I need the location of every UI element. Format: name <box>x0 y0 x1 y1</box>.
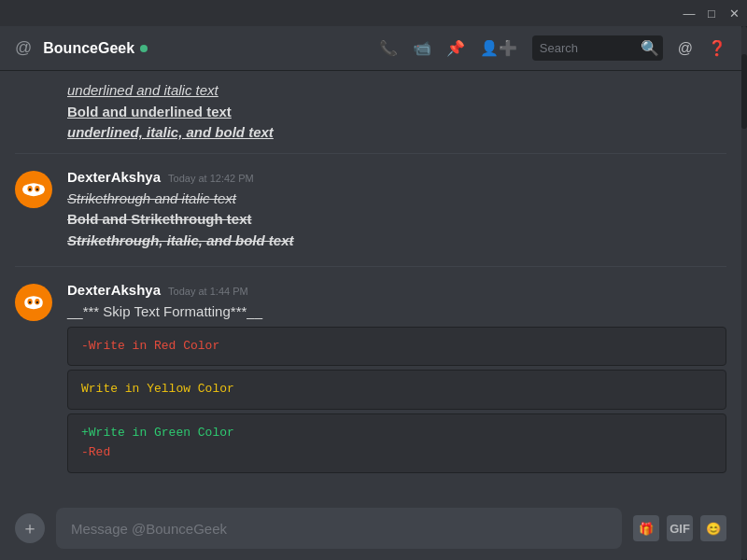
at-icon: @ <box>15 38 32 58</box>
search-icon: 🔍 <box>641 39 659 57</box>
message-line2-1: Bold and Strikethrough text <box>67 209 726 231</box>
message-group-2: DexterAkshya Today at 1:44 PM __*** Skip… <box>0 274 741 484</box>
add-member-icon[interactable]: 👤➕ <box>480 39 517 57</box>
continuation-line3: underlined, italic, and bold text <box>67 122 726 144</box>
code-block-2-line1: Write in Yellow Color <box>81 382 234 396</box>
message-timestamp-2: Today at 1:44 PM <box>168 286 248 297</box>
message-line1-1: Strikethrough and italic text <box>67 189 726 210</box>
svg-point-7 <box>29 188 32 190</box>
titlebar: — □ ✕ <box>0 0 747 26</box>
message-input[interactable] <box>56 508 622 549</box>
gif-label: GIF <box>669 522 690 536</box>
message-group-1: DexterAkshya Today at 12:42 PM Strikethr… <box>0 161 741 259</box>
channel-name: BounceGeek <box>43 40 148 57</box>
message-content-2: DexterAkshya Today at 1:44 PM __*** Skip… <box>67 282 726 477</box>
message-header-2: DexterAkshya Today at 1:44 PM <box>67 282 726 298</box>
online-indicator <box>140 45 148 52</box>
svg-point-11 <box>29 301 32 304</box>
message-author-2: DexterAkshya <box>67 282 161 298</box>
svg-point-8 <box>36 188 39 190</box>
gift-button[interactable]: 🎁 <box>633 515 659 541</box>
message-separator-2 <box>15 266 726 267</box>
messages-area: underlined and italic text Bold and unde… <box>0 71 741 497</box>
mention-icon[interactable]: @ <box>678 40 693 57</box>
code-block-1-line1: -Write in Red Color <box>81 339 219 353</box>
help-icon[interactable]: ❓ <box>708 39 726 57</box>
message-skip-formatting: __*** Skip Text Formatting***__ <box>67 301 726 323</box>
message-timestamp-1: Today at 12:42 PM <box>168 173 254 184</box>
emoji-icon: 😊 <box>706 522 721 536</box>
search-box[interactable]: 🔍 <box>532 35 663 61</box>
code-block-1: -Write in Red Color <box>67 327 726 367</box>
scrollbar-thumb[interactable] <box>741 54 747 129</box>
input-icons: 🎁 GIF 😊 <box>633 515 726 541</box>
phone-icon[interactable]: 📞 <box>379 39 398 57</box>
input-bar: ＋ 🎁 GIF 😊 <box>0 497 741 560</box>
maximize-button[interactable]: □ <box>706 7 717 19</box>
continuation-line2: Bold and underlined text <box>67 102 726 123</box>
message-separator-1 <box>15 153 726 154</box>
channel-header: @ BounceGeek 📞 📹 📌 👤➕ 🔍 @ ❓ <box>0 26 741 71</box>
pin-icon[interactable]: 📌 <box>446 39 465 57</box>
plus-icon: ＋ <box>21 517 38 539</box>
message-content-1: DexterAkshya Today at 12:42 PM Strikethr… <box>67 169 726 252</box>
avatar-1 <box>15 171 52 208</box>
close-button[interactable]: ✕ <box>728 7 740 19</box>
message-author-1: DexterAkshya <box>67 169 161 185</box>
message-line3-1: Strikethrough, italic, and bold text <box>67 231 726 252</box>
svg-point-12 <box>36 301 39 304</box>
emoji-button[interactable]: 😊 <box>700 515 726 541</box>
code-block-3-line1: +Write in Green Color <box>81 424 712 443</box>
video-icon[interactable]: 📹 <box>413 39 431 57</box>
code-block-2: Write in Yellow Color <box>67 370 726 410</box>
code-block-3-line2: -Red <box>81 443 712 463</box>
add-button[interactable]: ＋ <box>15 513 45 543</box>
minimize-button[interactable]: — <box>684 7 695 19</box>
search-input[interactable] <box>540 41 633 55</box>
gif-button[interactable]: GIF <box>667 515 693 541</box>
avatar-2 <box>15 284 52 321</box>
code-block-3: +Write in Green Color -Red <box>67 413 726 473</box>
scrollbar[interactable] <box>741 26 747 560</box>
continuation-line1: underlined and italic text <box>67 80 726 102</box>
header-icons: 📞 📹 📌 👤➕ 🔍 @ ❓ <box>379 35 726 61</box>
message-header-1: DexterAkshya Today at 12:42 PM <box>67 169 726 185</box>
gift-icon: 🎁 <box>639 522 654 536</box>
message-continuation: underlined and italic text Bold and unde… <box>0 78 741 146</box>
